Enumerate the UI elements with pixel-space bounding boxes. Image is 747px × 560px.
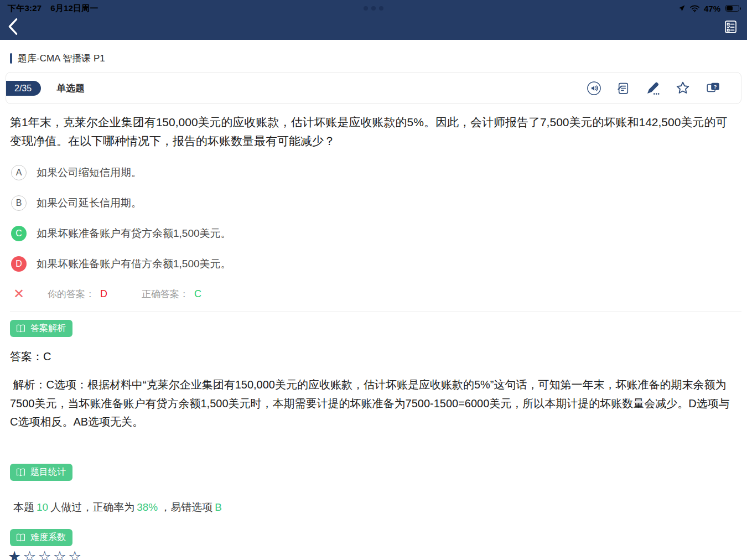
battery-icon: [725, 5, 739, 12]
page-title: 题库-CMA 智播课 P1: [18, 52, 105, 65]
breadcrumb: 题库-CMA 智播课 P1: [10, 52, 747, 65]
answer-sheet-button[interactable]: [723, 19, 738, 34]
stats-badge-label: 题目统计: [30, 466, 66, 478]
app-header: 下午3:27 6月12日周一 47%: [0, 0, 747, 40]
difficulty-badge: 难度系数: [10, 529, 72, 546]
stats-badge: 题目统计: [10, 464, 72, 481]
multitask-dots-icon: [364, 6, 383, 11]
feedback-button[interactable]: ?: [706, 80, 721, 96]
favorite-star-button[interactable]: [675, 80, 691, 96]
stats-seg1: 人做过，正确率为: [50, 501, 134, 513]
app-screen: 下午3:27 6月12日周一 47%: [0, 0, 747, 560]
title-accent-bar: [10, 53, 12, 64]
answer-result-row: ✕ 你的答案： D 正确答案： C: [13, 287, 747, 301]
option-letter: C: [11, 226, 27, 241]
option-row-d[interactable]: D如果坏账准备账户有借方余额1,500美元。: [0, 256, 747, 272]
option-text: 如果坏账准备账户有借方余额1,500美元。: [37, 257, 231, 271]
option-letter: B: [11, 195, 27, 211]
analysis-badge: 答案解析: [10, 320, 72, 337]
question-type-label: 单选题: [56, 82, 85, 95]
battery-percent: 47%: [704, 4, 720, 13]
stats-prefix: 本题: [13, 501, 34, 513]
option-letter: A: [11, 165, 27, 180]
option-letter: D: [11, 256, 27, 272]
book-icon: [15, 468, 26, 477]
option-text: 如果公司缩短信用期。: [37, 165, 142, 180]
location-arrow-icon: [678, 4, 686, 12]
audio-speaker-button[interactable]: [587, 80, 601, 96]
option-row-b[interactable]: B如果公司延长信用期。: [0, 195, 747, 211]
option-row-c[interactable]: C如果坏账准备账户有贷方余额1,500美元。: [0, 226, 747, 241]
star-outline-icon: ☆: [38, 548, 53, 560]
stats-count: 10: [37, 501, 48, 513]
question-card-header: 2/35 单选题: [6, 72, 741, 104]
book-icon: [15, 324, 26, 333]
note-pencil-button[interactable]: [645, 80, 660, 96]
wrong-x-icon: ✕: [13, 287, 24, 300]
answer-line: 答案：C: [10, 349, 747, 364]
correct-answer-value: C: [194, 288, 201, 300]
status-time: 下午3:27: [8, 3, 42, 14]
progress-badge: 2/35: [6, 81, 41, 96]
star-filled-icon: ★: [8, 548, 23, 560]
stats-seg2: ，易错选项: [160, 501, 212, 513]
option-row-a[interactable]: A如果公司缩短信用期。: [0, 165, 747, 180]
content: 题库-CMA 智播课 P1 2/35 单选题: [0, 52, 747, 560]
status-bar: 下午3:27 6月12日周一 47%: [0, 0, 747, 14]
stats-wrong-option: B: [215, 501, 222, 513]
your-answer-label: 你的答案：: [48, 288, 95, 300]
stats-line: 本题10人做过，正确率为38%，易错选项B: [13, 500, 747, 515]
option-text: 如果公司延长信用期。: [37, 196, 142, 210]
analysis-badge-label: 答案解析: [30, 323, 66, 334]
difficulty-stars: ★☆☆☆☆: [8, 548, 747, 560]
status-date: 6月12日周一: [50, 3, 98, 14]
question-text: 第1年末，克莱尔企业集团有150,000美元的应收账款，估计坏账是应收账款的5%…: [10, 113, 737, 151]
your-answer-value: D: [100, 288, 107, 300]
svg-text:?: ?: [713, 84, 717, 90]
star-outline-icon: ☆: [68, 548, 83, 560]
divider: [10, 312, 741, 312]
back-button[interactable]: [7, 18, 19, 35]
stats-rate: 38%: [137, 501, 158, 513]
wifi-icon: [689, 4, 700, 13]
difficulty-badge-label: 难度系数: [30, 532, 66, 543]
notebook-button[interactable]: [616, 80, 630, 96]
correct-answer-label: 正确答案：: [142, 288, 189, 300]
analysis-text: 解析：C选项：根据材料中“克莱尔企业集团有150,000美元的应收账款，估计坏账…: [10, 376, 737, 432]
options-list: A如果公司缩短信用期。B如果公司延长信用期。C如果坏账准备账户有贷方余额1,50…: [0, 165, 747, 272]
star-outline-icon: ☆: [53, 548, 68, 560]
star-outline-icon: ☆: [23, 548, 38, 560]
option-text: 如果坏账准备账户有贷方余额1,500美元。: [37, 226, 231, 241]
book-icon: [15, 533, 26, 542]
